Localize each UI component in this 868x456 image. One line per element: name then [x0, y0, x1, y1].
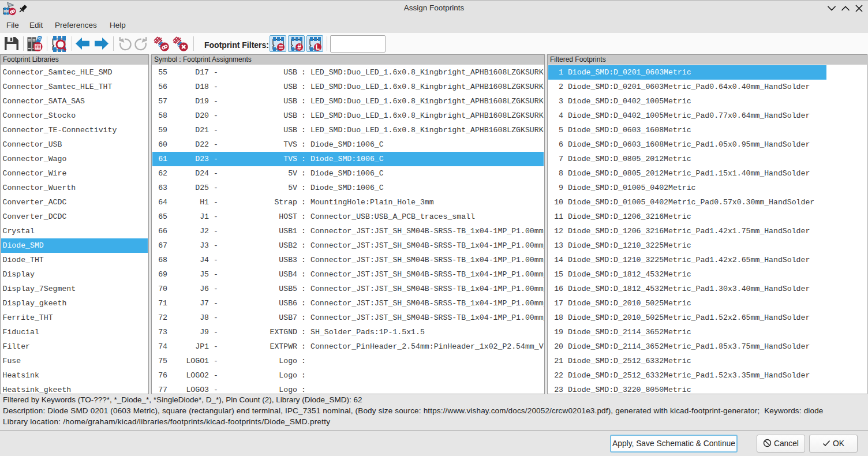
svg-text:#: #: [297, 43, 301, 51]
svg-text:L: L: [316, 43, 320, 51]
